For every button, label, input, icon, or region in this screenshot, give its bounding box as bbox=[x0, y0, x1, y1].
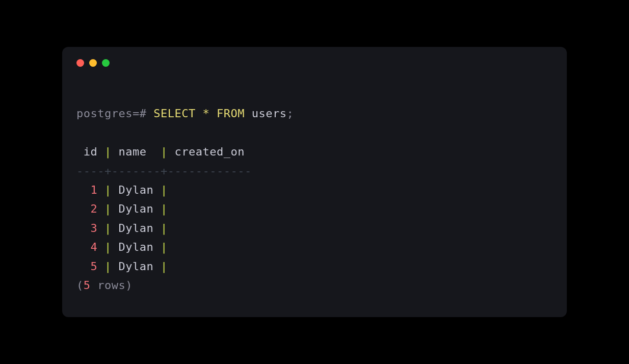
sql-table-name: users bbox=[252, 107, 287, 120]
sql-prompt: postgres=# bbox=[76, 107, 153, 120]
rows-label: rows bbox=[91, 279, 126, 292]
pipe-separator: | bbox=[104, 260, 112, 273]
table-row: 2 | Dylan | bbox=[76, 202, 174, 215]
col-name: name bbox=[119, 145, 147, 158]
sql-star: * bbox=[202, 107, 209, 120]
table-row: 3 | Dylan | bbox=[76, 222, 174, 235]
close-icon[interactable] bbox=[76, 59, 84, 67]
table-separator: ----+-------+------------ bbox=[76, 165, 252, 177]
pipe-separator: | bbox=[161, 202, 168, 215]
pipe-separator: | bbox=[104, 184, 112, 196]
cell-id: 3 bbox=[91, 222, 98, 235]
cell-id: 5 bbox=[91, 260, 98, 273]
pipe-separator: | bbox=[104, 222, 112, 235]
open-paren: ( bbox=[76, 279, 84, 292]
sql-select-keyword: SELECT bbox=[153, 107, 195, 120]
minimize-icon[interactable] bbox=[89, 59, 97, 67]
pipe-separator: | bbox=[104, 202, 112, 215]
pipe-separator: | bbox=[104, 145, 112, 158]
cell-name: Dylan bbox=[119, 222, 154, 235]
cell-id: 1 bbox=[91, 184, 98, 196]
maximize-icon[interactable] bbox=[102, 59, 110, 67]
close-paren: ) bbox=[125, 279, 133, 292]
sql-from-keyword: FROM bbox=[217, 107, 245, 120]
pipe-separator: | bbox=[161, 260, 168, 273]
cell-name: Dylan bbox=[119, 241, 154, 253]
table-row: 5 | Dylan | bbox=[76, 260, 174, 273]
pipe-separator: | bbox=[161, 222, 168, 235]
table-header-row: id | name | created_on bbox=[76, 145, 245, 158]
pipe-separator: | bbox=[104, 241, 112, 253]
col-created-on: created_on bbox=[174, 145, 244, 158]
cell-name: Dylan bbox=[119, 184, 154, 196]
cell-name: Dylan bbox=[119, 260, 154, 273]
blank-line bbox=[76, 123, 553, 142]
row-count-footer: (5 rows) bbox=[76, 279, 133, 292]
cell-name: Dylan bbox=[119, 202, 154, 215]
row-count: 5 bbox=[84, 279, 91, 292]
pipe-separator: | bbox=[161, 145, 168, 158]
terminal-content[interactable]: postgres=# SELECT * FROM users; id | nam… bbox=[76, 85, 553, 314]
col-id: id bbox=[84, 145, 98, 158]
terminal-window: postgres=# SELECT * FROM users; id | nam… bbox=[62, 47, 567, 317]
sql-semicolon: ; bbox=[286, 107, 294, 120]
table-row: 4 | Dylan | bbox=[76, 241, 174, 253]
table-row: 1 | Dylan | bbox=[76, 184, 174, 196]
window-controls bbox=[76, 59, 553, 67]
pipe-separator: | bbox=[161, 184, 168, 196]
cell-id: 2 bbox=[91, 202, 98, 215]
cell-id: 4 bbox=[91, 241, 98, 253]
pipe-separator: | bbox=[161, 241, 168, 253]
